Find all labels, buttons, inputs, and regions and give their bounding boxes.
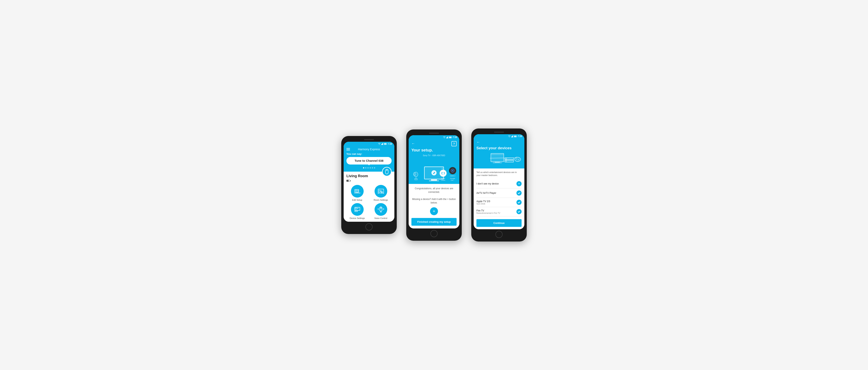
svg-rect-31 (380, 207, 381, 209)
back-row-3: ← (476, 140, 522, 144)
device-sub-2: Syls Desk (476, 203, 490, 205)
device-name-1: AirTV AirTV Player (476, 192, 496, 194)
setup-diagram: ⏸ HDMI 1/MHL (411, 157, 457, 181)
edit-setup-item[interactable]: Edit Setup (346, 185, 368, 201)
edit-setup-svg (354, 188, 361, 195)
svg-rect-37 (447, 137, 448, 138)
dot-3[interactable] (367, 167, 369, 168)
dot-4[interactable] (370, 167, 371, 168)
room-settings-icon (375, 185, 387, 198)
chrome-node[interactable]: HDMI 2 Google Chr... (449, 167, 457, 181)
dot-1[interactable] (363, 167, 364, 168)
home-button-1[interactable] (366, 223, 373, 230)
phone-3: 7:29 ← Select your devices (471, 129, 527, 242)
remote-fab-button[interactable] (382, 167, 392, 176)
tv-pause-icon: ⏸ (441, 167, 443, 169)
phone-screen-2: 7:29 ← ? Your setup. Sony TV - XBR-49X70… (409, 135, 459, 229)
checkmark-icon-3 (518, 210, 520, 213)
svg-point-0 (379, 144, 379, 145)
check-circle-1[interactable] (517, 191, 522, 196)
device-item-0-info: I don't see my device (476, 182, 499, 185)
device-item-2[interactable]: Apple TV 2/3 Syls Desk (476, 198, 522, 207)
svg-rect-35 (446, 138, 447, 138)
phone-notch (344, 138, 394, 140)
remote-icon (385, 169, 389, 174)
devices-illustration-svg (490, 152, 522, 166)
device-item-0[interactable]: I don't see my device + (476, 179, 522, 189)
speech-bubble-text: Tune to Channel 038 (354, 159, 383, 162)
menu-grid: Edit Setup (346, 185, 392, 220)
add-device-fab[interactable]: + (430, 207, 438, 215)
svg-rect-55 (493, 163, 502, 163)
device-item-1-info: AirTV AirTV Player (476, 192, 496, 194)
phone-bottom-2 (409, 230, 459, 238)
checkmark-icon-2 (518, 201, 520, 204)
phone-bottom-3 (474, 231, 524, 239)
wifi-icon (378, 143, 380, 145)
select-devices-title: Select your devices (476, 146, 522, 150)
voice-control-item[interactable]: Voice Control (370, 203, 392, 220)
svg-rect-1 (381, 144, 382, 145)
dot-5[interactable] (372, 167, 373, 168)
svg-rect-30 (380, 207, 382, 211)
svg-rect-18 (379, 190, 380, 192)
device-settings-item[interactable]: Device Settings (346, 203, 368, 220)
edit-setup-icon (351, 185, 364, 198)
back-arrow-3[interactable]: ← (476, 140, 480, 144)
hamburger-menu-icon[interactable] (346, 148, 350, 150)
svg-point-34 (444, 138, 444, 138)
speaker-2 (429, 133, 439, 134)
home-button-3[interactable] (495, 231, 502, 238)
add-device-plus-circle[interactable]: + (517, 181, 522, 186)
plus-icon: + (518, 182, 520, 186)
device-name-3: Fire TV (476, 209, 500, 212)
edit-setup-label: Edit Setup (352, 199, 362, 201)
phone-2: 7:29 ← ? Your setup. Sony TV - XBR-49X70… (406, 130, 462, 241)
status-icons-1: 7:29 (378, 143, 392, 145)
room-settings-item[interactable]: Room Settings (370, 185, 392, 201)
device-item-1[interactable]: AirTV AirTV Player (476, 189, 522, 198)
back-arrow-2[interactable]: ← (411, 141, 415, 146)
devices-illustration (476, 152, 522, 166)
device-sub-3: Balasubramanian's Fire TV (476, 212, 500, 214)
phone-1: 7:29 Harmony Express You can say: Tune t… (341, 136, 397, 234)
speaker-3 (494, 132, 504, 133)
home-button-2[interactable] (430, 230, 438, 237)
check-circle-2[interactable] (517, 200, 522, 205)
congrats-text: Congratulations, all your devices are co… (411, 187, 457, 204)
continue-button[interactable]: Continue (476, 219, 522, 227)
room-battery (346, 180, 351, 182)
svg-rect-36 (447, 137, 447, 138)
svg-rect-46 (511, 137, 512, 137)
svg-rect-6 (384, 143, 386, 144)
voice-control-svg (377, 206, 384, 213)
battery-icon-3 (514, 135, 517, 137)
tv-edit-button[interactable] (431, 170, 437, 175)
svg-rect-40 (449, 137, 451, 138)
signal-icon-2 (446, 136, 448, 138)
device-name-2: Apple TV 2/3 (476, 200, 490, 203)
finish-setup-button[interactable]: Finished creating my setup (411, 218, 457, 226)
dot-2[interactable] (365, 167, 366, 168)
svg-rect-49 (513, 135, 513, 137)
check-circle-3[interactable] (517, 209, 522, 214)
topbar-1: Harmony Express (346, 148, 392, 151)
time-3: 7:29 (518, 135, 522, 137)
svg-rect-13 (355, 190, 357, 191)
tv-base (429, 180, 439, 181)
plant-decor (413, 170, 419, 181)
question-button[interactable]: ? (452, 141, 457, 146)
phone1-body: Living Room (344, 172, 394, 222)
status-icons-2: 7:29 (443, 136, 457, 138)
chrome-inner (452, 170, 453, 171)
tv-screen: ⏸ (424, 167, 444, 179)
you-can-say-label: You can say: (346, 153, 392, 156)
dot-6[interactable] (374, 167, 375, 168)
room-settings-label: Room Settings (374, 199, 388, 201)
svg-rect-26 (355, 211, 358, 212)
device-item-3[interactable]: Fire TV Balasubramanian's Fire TV (476, 207, 522, 216)
svg-rect-48 (512, 136, 513, 137)
chrome-icon (451, 169, 455, 172)
phone-bottom-1 (344, 223, 394, 232)
battery-icon (384, 143, 387, 145)
